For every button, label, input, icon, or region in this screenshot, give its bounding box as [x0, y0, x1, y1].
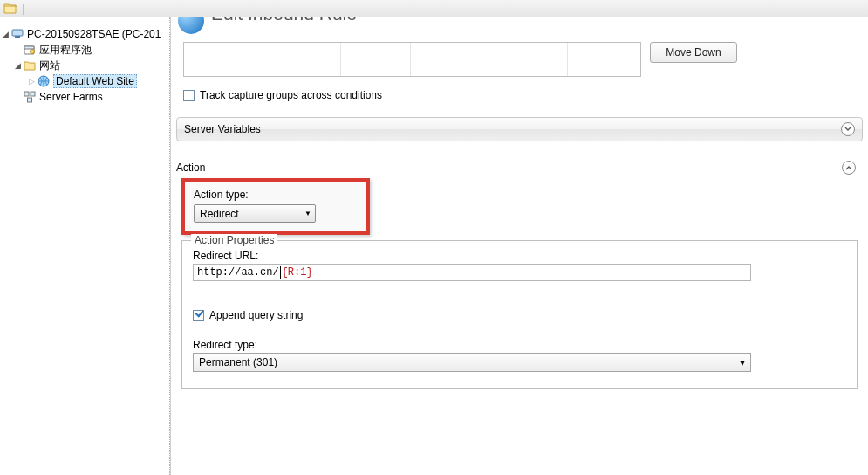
action-type-highlight-box: Action type: Redirect ▼ — [181, 178, 370, 235]
connections-tree: ◢ PC-20150928TSAE (PC-201 ▸ 应用程序池 ◢ 网站 ▷ — [0, 17, 170, 475]
tree-label: PC-20150928TSAE (PC-201 — [27, 28, 161, 40]
chevron-down-icon[interactable]: ◢ — [0, 30, 10, 38]
redirect-type-label: Redirect type: — [193, 339, 846, 351]
svg-point-5 — [31, 50, 35, 54]
rule-big-icon — [178, 17, 204, 34]
accordion-title: Action — [176, 162, 205, 174]
action-type-dropdown[interactable]: Redirect ▼ — [194, 204, 316, 223]
tree-label: 网站 — [39, 59, 60, 73]
action-properties-group: Action Properties Redirect URL: http://a… — [181, 240, 858, 389]
track-capture-label: Track capture groups across conditions — [200, 89, 382, 101]
tree-node-sites[interactable]: ◢ 网站 — [0, 58, 169, 73]
chevron-right-icon[interactable]: ▷ — [26, 77, 37, 86]
accordion-title: Server Variables — [184, 123, 261, 135]
action-type-label: Action type: — [194, 189, 358, 201]
folder-icon — [23, 59, 37, 72]
redirect-url-value-token: {R:1} — [282, 266, 313, 279]
chevron-down-icon: ▼ — [304, 210, 311, 217]
append-query-checkbox[interactable] — [193, 310, 204, 321]
svg-rect-2 — [13, 38, 22, 38]
svg-rect-7 — [24, 92, 29, 96]
dropdown-value: Redirect — [200, 208, 239, 220]
conditions-table[interactable] — [183, 42, 641, 77]
redirect-url-label: Redirect URL: — [193, 250, 846, 262]
text-caret — [280, 266, 281, 279]
app-pool-icon — [23, 43, 37, 57]
append-query-label: Append query string — [209, 309, 303, 321]
svg-rect-1 — [15, 36, 20, 38]
action-accordion: Action Action type: Redirect ▼ Action Pr… — [176, 161, 863, 389]
chevron-up-icon[interactable] — [842, 161, 856, 175]
svg-rect-4 — [24, 46, 34, 49]
svg-rect-9 — [28, 98, 32, 102]
redirect-type-dropdown[interactable]: Permanent (301) ▾ — [193, 353, 751, 372]
tree-node-server-farms[interactable]: ▸ Server Farms — [0, 89, 169, 105]
track-capture-checkbox[interactable] — [183, 90, 195, 101]
server-variables-accordion[interactable]: Server Variables — [176, 117, 863, 141]
move-down-button[interactable]: Move Down — [650, 42, 737, 63]
folder-open-icon[interactable] — [3, 2, 17, 17]
tree-node-server[interactable]: ◢ PC-20150928TSAE (PC-201 — [0, 26, 169, 42]
main-panel: Edit Inbound Rule Move Down Track captur… — [170, 17, 868, 475]
svg-rect-0 — [12, 30, 23, 36]
tree-label: 应用程序池 — [39, 43, 92, 58]
svg-rect-8 — [31, 92, 35, 96]
chevron-down-icon[interactable]: ◢ — [12, 61, 23, 70]
tree-node-app-pools[interactable]: ▸ 应用程序池 — [0, 42, 169, 58]
page-title: Edit Inbound Rule — [211, 17, 357, 24]
chevron-down-icon: ▾ — [740, 356, 745, 368]
globe-icon — [37, 74, 51, 88]
tree-label: Default Web Site — [53, 74, 137, 88]
server-icon — [10, 27, 24, 41]
dropdown-value: Permanent (301) — [199, 356, 277, 368]
action-properties-legend: Action Properties — [191, 234, 277, 246]
tree-label: Server Farms — [39, 91, 103, 103]
server-farm-icon — [23, 90, 37, 104]
tree-node-default-site[interactable]: ▷ Default Web Site — [0, 73, 169, 89]
chevron-down-icon[interactable] — [841, 122, 855, 136]
redirect-url-input[interactable]: http://aa.cn/{R:1} — [193, 264, 751, 281]
explorer-toolbar: | — [0, 0, 868, 17]
redirect-url-value-prefix: http://aa.cn/ — [197, 266, 279, 279]
